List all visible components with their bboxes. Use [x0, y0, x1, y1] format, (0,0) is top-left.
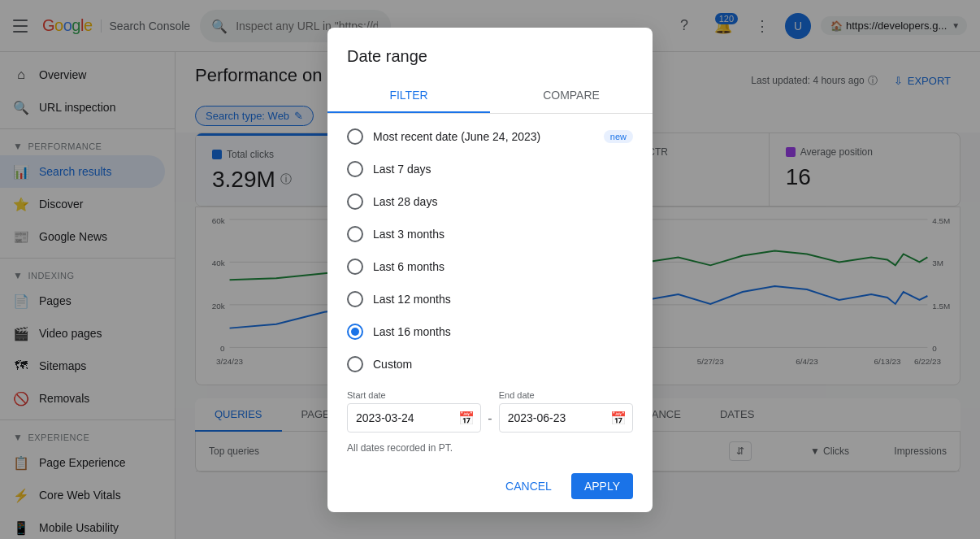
modal-overlay[interactable]: Date range FILTER COMPARE Most recent da… — [0, 0, 980, 539]
modal-tabs: FILTER COMPARE — [327, 79, 653, 114]
modal-title: Date range — [327, 28, 653, 79]
end-date-wrap: End date 📅 — [499, 390, 633, 433]
radio-last-7-circle — [347, 161, 363, 177]
end-date-field-wrapper: 📅 — [499, 403, 633, 433]
radio-most-recent-circle — [347, 128, 363, 145]
cancel-button[interactable]: CANCEL — [492, 473, 565, 499]
start-date-calendar-icon: 📅 — [458, 410, 475, 425]
modal-tab-compare-label: COMPARE — [543, 89, 600, 102]
end-date-label: End date — [499, 390, 633, 400]
pt-note: All dates recorded in PT. — [327, 436, 653, 457]
modal-body: Most recent date (June 24, 2023) new Las… — [327, 114, 653, 463]
radio-last-6-label: Last 6 months — [373, 260, 633, 273]
modal-tab-filter-label: FILTER — [389, 89, 427, 102]
radio-most-recent[interactable]: Most recent date (June 24, 2023) new — [327, 120, 653, 153]
radio-last-16[interactable]: Last 16 months — [327, 315, 653, 348]
radio-custom[interactable]: Custom — [327, 348, 653, 380]
radio-last-12-label: Last 12 months — [373, 293, 633, 306]
radio-custom-circle — [347, 356, 363, 372]
end-date-calendar-icon: 📅 — [610, 410, 627, 425]
radio-last-7[interactable]: Last 7 days — [327, 153, 653, 185]
radio-last-12[interactable]: Last 12 months — [327, 283, 653, 315]
radio-last-3-circle — [347, 226, 363, 242]
radio-last-16-circle — [347, 324, 363, 340]
radio-custom-label: Custom — [373, 358, 633, 371]
new-badge: new — [604, 130, 633, 143]
modal-actions: CANCEL APPLY — [327, 463, 653, 512]
radio-last-3[interactable]: Last 3 months — [327, 218, 653, 250]
start-date-wrap: Start date 📅 — [347, 390, 481, 433]
radio-most-recent-label: Most recent date (June 24, 2023) — [373, 130, 594, 143]
radio-last-7-label: Last 7 days — [373, 163, 633, 176]
modal-tab-filter[interactable]: FILTER — [327, 79, 490, 113]
start-date-label: Start date — [347, 390, 481, 400]
radio-last-12-circle — [347, 291, 363, 307]
date-separator: - — [488, 411, 492, 426]
start-date-field-wrapper: 📅 — [347, 403, 481, 433]
radio-last-6-circle — [347, 259, 363, 275]
radio-last-16-label: Last 16 months — [373, 325, 633, 338]
radio-last-28[interactable]: Last 28 days — [327, 185, 653, 218]
apply-button[interactable]: APPLY — [571, 473, 633, 499]
radio-last-28-circle — [347, 193, 363, 210]
date-range-modal: Date range FILTER COMPARE Most recent da… — [327, 28, 653, 512]
date-inputs: Start date 📅 - End date 📅 — [327, 380, 653, 436]
radio-last-6[interactable]: Last 6 months — [327, 250, 653, 283]
radio-last-28-label: Last 28 days — [373, 195, 633, 208]
radio-last-3-label: Last 3 months — [373, 228, 633, 241]
modal-tab-compare[interactable]: COMPARE — [490, 79, 653, 113]
